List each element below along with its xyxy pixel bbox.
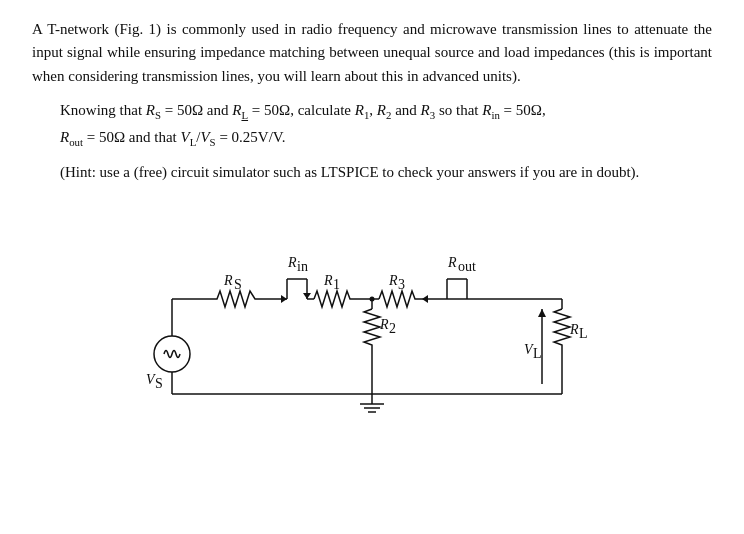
svg-marker-32 (422, 295, 428, 303)
svg-marker-12 (281, 295, 287, 303)
svg-text:R: R (323, 273, 333, 288)
svg-marker-44 (538, 309, 546, 317)
circuit-diagram: svg text { font-family: "Times New Roman… (32, 209, 712, 449)
svg-text:L: L (579, 326, 588, 341)
paragraph-1: A T-network (Fig. 1) is commonly used in… (32, 18, 712, 88)
problem-statement: Knowing that RS = 50Ω and RL = 50Ω, calc… (60, 98, 712, 152)
svg-text:1: 1 (333, 277, 340, 292)
svg-text:2: 2 (389, 321, 396, 336)
svg-text:S: S (155, 376, 163, 391)
svg-text:S: S (234, 277, 242, 292)
svg-text:3: 3 (398, 277, 405, 292)
hint-text: (Hint: use a (free) circuit simulator su… (60, 161, 712, 184)
svg-text:R: R (379, 317, 389, 332)
svg-marker-16 (303, 293, 311, 299)
svg-text:R: R (569, 322, 579, 337)
svg-text:out: out (458, 259, 476, 274)
svg-text:R: R (287, 255, 297, 270)
svg-text:R: R (223, 273, 233, 288)
svg-text:R: R (447, 255, 457, 270)
svg-text:R: R (388, 273, 398, 288)
svg-text:in: in (297, 259, 308, 274)
advanced-text: advanced (422, 68, 479, 84)
svg-text:L: L (533, 346, 542, 361)
